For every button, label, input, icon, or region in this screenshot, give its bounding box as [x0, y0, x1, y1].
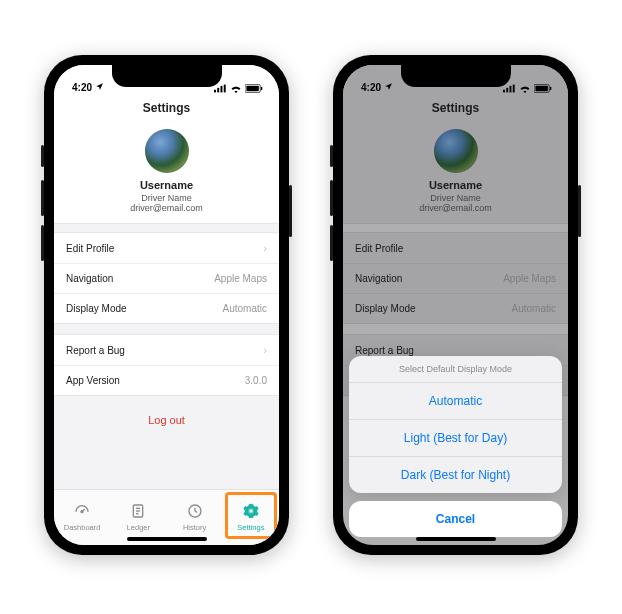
location-icon — [95, 82, 104, 93]
sheet-option-light[interactable]: Light (Best for Day) — [349, 419, 562, 456]
username: Username — [54, 179, 279, 191]
profile-section: Username Driver Name driver@email.com — [54, 123, 279, 224]
row-label: App Version — [66, 375, 120, 386]
row-app-version: App Version 3.0.0 — [54, 365, 279, 395]
row-label: Navigation — [66, 273, 113, 284]
svg-rect-2 — [221, 86, 223, 93]
svg-rect-5 — [246, 86, 258, 92]
row-display-mode[interactable]: Display Mode Automatic — [54, 293, 279, 323]
screen-left: 4:20 Settings — [54, 65, 279, 545]
svg-rect-0 — [214, 90, 216, 93]
row-value: Automatic — [223, 303, 267, 314]
tab-label: Dashboard — [64, 523, 101, 532]
tab-settings[interactable]: Settings — [223, 490, 279, 545]
sheet-title: Select Default Display Mode — [349, 356, 562, 382]
phone-left: 4:20 Settings — [44, 55, 289, 555]
screen-right: 4:20 Settings — [343, 65, 568, 545]
row-navigation[interactable]: Navigation Apple Maps — [54, 263, 279, 293]
tab-dashboard[interactable]: Dashboard — [54, 490, 110, 545]
driver-email: driver@email.com — [54, 203, 279, 213]
sheet-option-dark[interactable]: Dark (Best for Night) — [349, 456, 562, 493]
tab-label: Settings — [237, 523, 264, 532]
row-label: Display Mode — [66, 303, 127, 314]
svg-rect-6 — [261, 87, 262, 90]
chevron-right-icon: › — [263, 242, 267, 254]
settings-group-1: Edit Profile › Navigation Apple Maps Dis… — [54, 232, 279, 324]
notch — [112, 65, 222, 87]
page-title: Settings — [54, 95, 279, 123]
battery-icon — [245, 84, 263, 93]
row-edit-profile[interactable]: Edit Profile › — [54, 233, 279, 263]
wifi-icon — [230, 84, 242, 93]
status-time: 4:20 — [72, 82, 92, 93]
driver-name: Driver Name — [54, 193, 279, 203]
svg-point-7 — [81, 511, 83, 513]
tab-label: Ledger — [127, 523, 150, 532]
gear-icon — [243, 503, 259, 521]
sheet-cancel-button[interactable]: Cancel — [349, 501, 562, 537]
home-indicator[interactable] — [127, 537, 207, 541]
sheet-option-automatic[interactable]: Automatic — [349, 382, 562, 419]
clock-icon — [187, 503, 203, 521]
home-indicator[interactable] — [416, 537, 496, 541]
signal-icon — [214, 84, 227, 93]
row-label: Edit Profile — [66, 243, 114, 254]
row-value: Apple Maps — [214, 273, 267, 284]
row-value: 3.0.0 — [245, 375, 267, 386]
action-sheet: Select Default Display Mode Automatic Li… — [349, 356, 562, 537]
phone-right: 4:20 Settings — [333, 55, 578, 555]
row-report-bug[interactable]: Report a Bug › — [54, 335, 279, 365]
svg-point-13 — [249, 509, 253, 513]
chevron-right-icon: › — [263, 344, 267, 356]
tab-label: History — [183, 523, 206, 532]
svg-rect-3 — [224, 85, 226, 93]
notch — [401, 65, 511, 87]
svg-rect-1 — [217, 88, 219, 93]
avatar[interactable] — [145, 129, 189, 173]
logout-button[interactable]: Log out — [54, 396, 279, 444]
ledger-icon — [130, 503, 146, 521]
gauge-icon — [74, 503, 90, 521]
settings-group-2: Report a Bug › App Version 3.0.0 — [54, 334, 279, 396]
row-label: Report a Bug — [66, 345, 125, 356]
